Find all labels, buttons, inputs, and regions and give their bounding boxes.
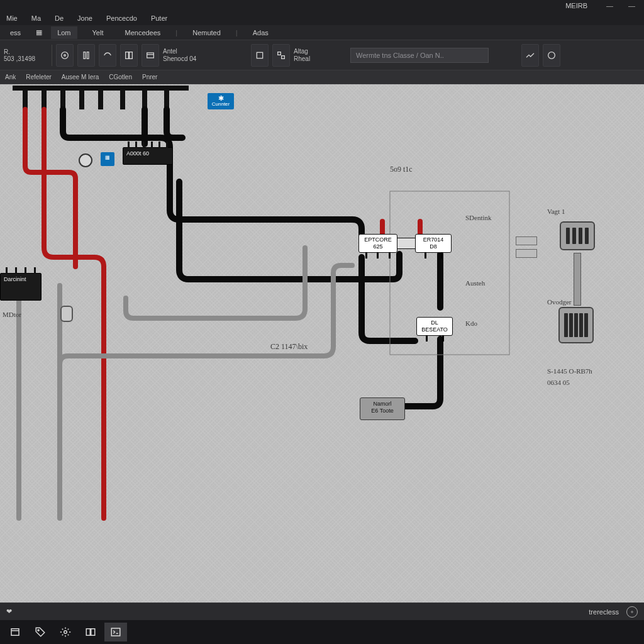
subtool-item[interactable]: Ank — [5, 74, 16, 80]
plug-connector[interactable] — [558, 307, 594, 343]
module-label: EPTCORE 625 — [364, 236, 392, 250]
taskbar-terminal-icon[interactable] — [104, 623, 127, 641]
terminal-strip[interactable] — [516, 236, 537, 245]
plug-connector[interactable] — [560, 221, 595, 250]
readout-label: R. — [4, 48, 48, 55]
menu-item[interactable]: Pencecdo — [106, 14, 137, 22]
status-text: trerecless — [589, 608, 619, 616]
tool-button[interactable] — [99, 44, 116, 67]
separator: | — [175, 29, 177, 36]
svg-rect-8 — [257, 52, 262, 58]
connector-module[interactable]: ER7014 D8 — [415, 234, 452, 253]
module-label: Namorl E6 Toote — [371, 401, 393, 414]
svg-rect-5 — [130, 52, 133, 58]
tab-icon[interactable]: ▦ — [36, 28, 42, 36]
canvas-label: 0634 05 — [547, 379, 570, 386]
chip-component[interactable]: Darcinint — [0, 273, 42, 301]
separator — [52, 45, 52, 66]
blue-badge[interactable]: ✱ Cunnter — [208, 93, 234, 109]
taskbar-window-icon[interactable] — [4, 623, 26, 641]
taskbar — [0, 620, 644, 644]
svg-rect-9 — [278, 52, 281, 55]
tool-button[interactable] — [56, 44, 74, 67]
menu-item[interactable]: Jone — [77, 14, 92, 22]
tool-button[interactable] — [272, 44, 290, 67]
menu-item[interactable]: De — [55, 14, 64, 22]
window-controls: — — — [606, 2, 635, 9]
chip-label: A000t 60 — [126, 150, 149, 157]
svg-point-25 — [38, 630, 39, 631]
menu-item[interactable]: Ma — [31, 14, 41, 22]
tab[interactable]: Nemuted — [186, 26, 227, 39]
canvas-label: SDentink — [465, 214, 492, 221]
canvas-label: Kdo — [465, 319, 477, 327]
sensor-icon[interactable] — [79, 153, 92, 167]
chip-component[interactable]: A000t 60 — [123, 147, 173, 165]
app-title: MEIRB — [565, 2, 587, 9]
tool-button[interactable] — [120, 44, 138, 67]
svg-rect-28 — [91, 629, 95, 636]
taskbar-gear-icon[interactable] — [54, 623, 77, 641]
diagram-canvas[interactable]: ✱ Cunnter ▦ A000t 60 Darcinint MDtor EPT… — [0, 84, 644, 602]
tool-button[interactable] — [142, 44, 159, 67]
tab[interactable]: Adas — [247, 26, 275, 39]
badge-label: Cunnter — [211, 101, 230, 107]
toolbar: R. 503 ,31498 Antel Shenocd 04 Altag Rhe… — [0, 40, 644, 70]
wiring-layer — [0, 84, 644, 602]
svg-point-11 — [548, 52, 555, 58]
minimize-button[interactable]: — — [606, 2, 613, 9]
svg-rect-23 — [11, 629, 19, 636]
component-label: MDtor — [3, 311, 21, 318]
maximize-button[interactable]: — — [628, 2, 635, 9]
tool-label: Antel Shenocd 04 — [163, 48, 212, 63]
terminal-strip[interactable] — [516, 249, 537, 258]
module-box[interactable]: Namorl E6 Toote — [360, 397, 405, 420]
taskbar-tag-icon[interactable] — [29, 623, 52, 641]
tabbar: ess ▦ Lom Yelt Mencedees | Nemuted | Ada… — [0, 25, 644, 40]
svg-point-22 — [631, 611, 633, 613]
svg-point-0 — [62, 52, 69, 58]
tool-label: Altag Rheal — [294, 48, 343, 63]
svg-rect-2 — [84, 52, 86, 58]
menu-item[interactable]: Puter — [151, 14, 167, 22]
tab[interactable]: Lom — [51, 26, 77, 39]
subtool-item[interactable]: Refeleter — [26, 74, 52, 80]
svg-rect-29 — [111, 628, 120, 636]
module-label: ER7014 D8 — [423, 236, 444, 250]
chip-label: Darcinint — [4, 276, 26, 282]
subtool-item[interactable]: Ausee M Iera — [62, 74, 99, 80]
settings-gear-icon[interactable] — [626, 606, 638, 618]
statusbar: ❤ trerecless — [0, 602, 644, 620]
coordinate-readout: R. 503 ,31498 — [4, 48, 48, 62]
socket-icon[interactable] — [60, 306, 73, 322]
subtool-item[interactable]: CGotlen — [109, 74, 132, 80]
connector-module[interactable]: EPTCORE 625 — [358, 234, 397, 253]
separator: | — [236, 29, 238, 36]
connector-module[interactable]: DL BESEATO — [416, 317, 453, 336]
tool-button[interactable] — [77, 44, 95, 67]
canvas-label: C2 1147\bix — [270, 342, 308, 352]
coupler — [397, 238, 415, 249]
svg-rect-6 — [147, 53, 154, 58]
tab-prefix[interactable]: ess — [4, 26, 27, 39]
svg-point-1 — [64, 54, 66, 56]
svg-rect-4 — [126, 52, 129, 58]
cable-segment — [574, 253, 581, 306]
blue-node-icon[interactable]: ▦ — [101, 152, 114, 166]
tool-button[interactable] — [543, 44, 560, 67]
tab[interactable]: Yelt — [86, 26, 110, 39]
canvas-label: Ovodger — [547, 298, 572, 306]
tab[interactable]: Mencedees — [118, 26, 167, 39]
module-label: DL BESEATO — [421, 319, 448, 333]
subtool-item[interactable]: Pnrer — [142, 74, 157, 80]
taskbar-panel-icon[interactable] — [79, 623, 102, 641]
sub-toolbar: Ank Refeleter Ausee M Iera CGotlen Pnrer — [0, 70, 644, 84]
search-input[interactable]: Wermte tns Classe / Oan N.. — [350, 48, 489, 63]
titlebar: MEIRB — — — [0, 0, 644, 11]
canvas-label: 5o9 t1c — [390, 165, 413, 174]
menu-item[interactable]: Mie — [6, 14, 18, 22]
tool-button[interactable] — [251, 44, 269, 67]
tool-button[interactable] — [521, 44, 539, 67]
canvas-label: Austeh — [465, 279, 485, 287]
heart-icon[interactable]: ❤ — [6, 608, 12, 616]
